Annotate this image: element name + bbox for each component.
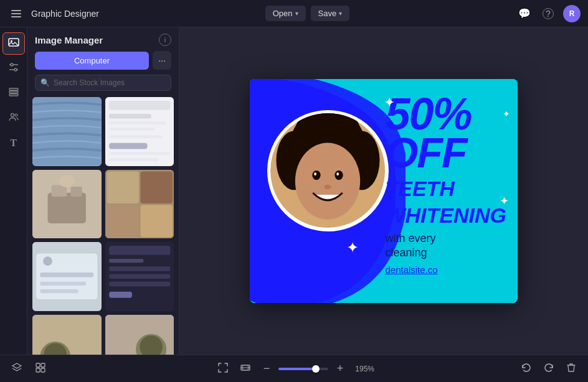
offer-title-line2: WHITENING <box>385 204 506 227</box>
list-item[interactable] <box>32 170 102 239</box>
delete-button[interactable] <box>562 360 581 378</box>
list-item[interactable]: suggested edit <box>105 315 174 355</box>
people-rail-icon <box>8 111 19 125</box>
fit-width-button[interactable] <box>236 360 255 378</box>
redo-icon <box>543 362 554 376</box>
save-chevron-icon: ▾ <box>339 10 342 17</box>
avatar: R <box>569 9 575 18</box>
svg-point-78 <box>324 185 331 190</box>
rail-adjustments-button[interactable] <box>2 57 25 80</box>
avatar-button[interactable]: R <box>563 5 581 22</box>
zoom-controls: − + 195% <box>214 360 374 378</box>
svg-rect-29 <box>107 205 139 237</box>
rail-layers-button[interactable] <box>2 82 25 105</box>
zoom-slider[interactable] <box>278 368 328 370</box>
zoom-out-icon: − <box>263 362 270 375</box>
svg-rect-41 <box>109 274 170 279</box>
svg-rect-80 <box>41 363 45 367</box>
svg-rect-18 <box>109 143 147 149</box>
topbar: Graphic Designer Open ▾ Save ▾ 💬 ? R <box>0 0 588 27</box>
hamburger-icon <box>11 10 21 17</box>
layers-tool-button[interactable] <box>7 360 26 378</box>
rail-people-button[interactable] <box>2 107 25 129</box>
chat-icon: 💬 <box>518 7 531 19</box>
text-rail-icon: T <box>10 137 17 149</box>
more-button[interactable]: ··· <box>153 51 171 70</box>
search-input[interactable] <box>54 78 166 87</box>
search-bar: 🔍 <box>35 75 171 91</box>
zoom-slider-thumb <box>312 365 320 373</box>
help-button[interactable]: ? <box>539 5 557 22</box>
svg-rect-17 <box>109 135 163 138</box>
svg-rect-7 <box>9 91 18 93</box>
rail-text-button[interactable]: T <box>2 132 25 154</box>
zoom-out-button[interactable]: − <box>258 361 275 377</box>
zoom-slider-fill <box>278 368 313 370</box>
sparkle-bottom-left-icon: ✦ <box>346 239 359 256</box>
open-button[interactable]: Open ▾ <box>265 6 306 21</box>
offer-off: OFF <box>385 131 506 174</box>
svg-rect-28 <box>140 171 173 203</box>
open-chevron-icon: ▾ <box>295 10 298 17</box>
bottom-toolbar: − + 195% <box>0 355 588 382</box>
undo-button[interactable] <box>517 360 536 378</box>
svg-rect-15 <box>109 121 166 124</box>
svg-rect-14 <box>109 114 151 118</box>
zoom-in-button[interactable]: + <box>332 361 348 377</box>
svg-rect-79 <box>36 363 40 367</box>
save-button[interactable]: Save ▾ <box>311 6 350 21</box>
svg-rect-22 <box>48 192 86 223</box>
svg-point-25 <box>59 175 75 187</box>
sparkle-right-icon: ✦ <box>500 194 509 208</box>
svg-point-5 <box>14 68 17 71</box>
list-item[interactable] <box>105 97 174 166</box>
svg-rect-27 <box>107 171 139 203</box>
image-manager-rail-icon <box>8 37 19 50</box>
sidebar-panel: Image Manager i Computer ··· 🔍 <box>27 27 179 355</box>
hamburger-button[interactable] <box>7 5 25 22</box>
sidebar-controls: Computer ··· <box>27 51 179 75</box>
fit-button[interactable] <box>214 360 232 378</box>
svg-point-1 <box>11 40 12 42</box>
computer-button[interactable]: Computer <box>35 52 149 70</box>
svg-rect-20 <box>109 158 159 161</box>
svg-rect-24 <box>70 187 82 197</box>
search-icon: 🔍 <box>40 78 50 87</box>
svg-rect-11 <box>32 97 102 166</box>
list-item[interactable]: suggested edit <box>32 315 102 355</box>
svg-rect-35 <box>40 282 86 286</box>
list-item[interactable] <box>105 242 174 311</box>
zoom-label: 195% <box>352 365 374 373</box>
svg-point-33 <box>43 256 52 266</box>
sparkle-small-icon: ✦ <box>503 109 510 119</box>
info-icon[interactable]: i <box>159 34 171 46</box>
svg-rect-43 <box>109 292 132 298</box>
image-grid: suggested edit suggested edit <box>27 97 179 355</box>
chat-button[interactable]: 💬 <box>516 5 533 22</box>
app-title: Graphic Designer <box>31 9 99 19</box>
more-icon: ··· <box>158 55 166 65</box>
svg-point-10 <box>15 114 17 116</box>
fit-width-icon <box>240 362 251 376</box>
topbar-left: Graphic Designer <box>7 5 99 22</box>
delete-icon <box>566 362 577 376</box>
list-item[interactable] <box>32 242 102 311</box>
list-item[interactable] <box>32 97 102 166</box>
svg-rect-40 <box>109 266 170 271</box>
rail-image-manager-button[interactable] <box>2 32 25 55</box>
photo-circle <box>267 110 389 231</box>
grid-tool-button[interactable] <box>31 360 50 378</box>
svg-rect-81 <box>36 368 40 372</box>
sidebar-header: Image Manager i <box>27 27 179 51</box>
person-face-svg <box>270 113 386 228</box>
offer-title-line1: TEETH <box>385 177 506 200</box>
list-item[interactable] <box>105 170 174 239</box>
svg-rect-30 <box>140 205 173 237</box>
redo-button[interactable] <box>539 360 558 378</box>
svg-point-74 <box>312 170 320 180</box>
svg-rect-39 <box>109 259 143 263</box>
layers-tool-icon <box>11 362 22 376</box>
design-text-block: 50% OFF TEETH WHITENING with everycleani… <box>385 91 506 275</box>
svg-rect-82 <box>41 368 45 372</box>
grid-columns: suggested edit suggested edit <box>32 97 174 355</box>
